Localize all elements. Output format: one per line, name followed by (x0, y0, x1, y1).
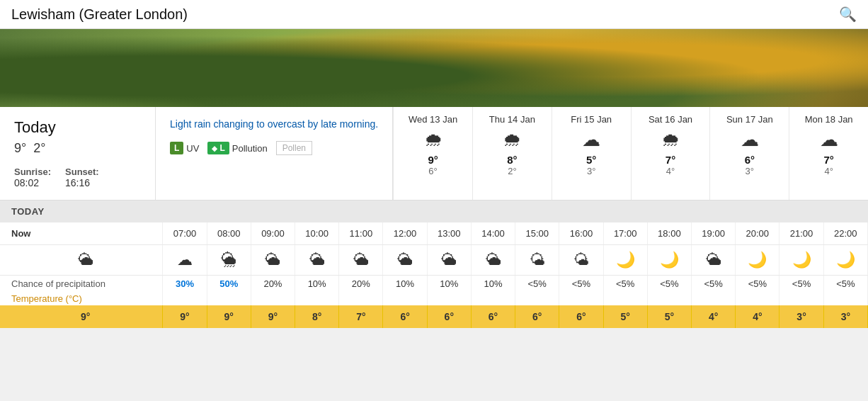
search-icon[interactable]: 🔍 (839, 6, 857, 23)
sunrise-time: 08:02 (14, 177, 51, 188)
temp-value: 5° (647, 305, 691, 328)
uv-badge: L UV (170, 142, 199, 154)
hour-header: 13:00 (427, 222, 471, 245)
day-high-temp: 7° (795, 154, 862, 166)
hour-header: 07:00 (163, 222, 207, 245)
hour-header: 21:00 (780, 222, 823, 245)
precip-value: <5% (736, 276, 780, 293)
day-name: Mon 18 Jan (795, 114, 862, 125)
today-badges: L UV L Pollution Pollen (170, 141, 378, 155)
pollution-label: Pollution (232, 143, 268, 154)
forecast-row: Today 9° 2° Sunrise: 08:02 Sunset: 16:16… (0, 107, 868, 200)
precip-value: <5% (823, 276, 867, 293)
temp-value: 9° (163, 305, 207, 328)
temp-value: 4° (692, 305, 736, 328)
precip-value: 10% (383, 276, 427, 293)
hour-weather-icon: 🌙 (780, 245, 823, 276)
hour-weather-icon: 🌙 (823, 245, 867, 276)
hour-weather-icon: 🌥 (471, 245, 515, 276)
temp-value: 6° (471, 305, 515, 328)
temp-value: 3° (823, 305, 867, 328)
hour-weather-icon: 🌥 (383, 245, 427, 276)
hour-header: 17:00 (603, 222, 647, 245)
sunrise-label: Sunrise: (14, 166, 51, 177)
temp-value: 6° (559, 305, 603, 328)
day-low-temp: 6° (399, 166, 467, 176)
day-weather-icon: ☁ (716, 129, 783, 151)
precip-value: 20% (339, 276, 383, 293)
day-weather-icon: 🌧 (399, 129, 467, 151)
hour-weather-icon: 🌥 (0, 245, 163, 276)
day-column: Sun 17 Jan ☁ 6° 3° (709, 107, 789, 200)
precip-value: 10% (427, 276, 471, 293)
temp-value: 5° (603, 305, 647, 328)
uv-value: L (170, 142, 183, 154)
pollen-badge: Pollen (276, 141, 312, 155)
hour-header: 09:00 (251, 222, 295, 245)
sunset-label: Sunset: (65, 166, 99, 177)
hour-header: 15:00 (515, 222, 559, 245)
day-column: Fri 15 Jan ☁ 5° 3° (552, 107, 631, 200)
hour-header: 14:00 (471, 222, 515, 245)
day-weather-icon: 🌧 (479, 129, 546, 151)
pollution-value: L (207, 142, 229, 154)
hour-header: Now (0, 222, 163, 245)
day-name: Sun 17 Jan (716, 114, 783, 125)
temp-value: 6° (427, 305, 471, 328)
precip-value: <5% (559, 276, 603, 293)
temp-section-label: Temperature (°C) (0, 292, 163, 305)
temp-value: 9° (207, 305, 251, 328)
sunset-time: 16:16 (65, 177, 99, 188)
hour-header: 18:00 (647, 222, 691, 245)
precip-value: <5% (603, 276, 647, 293)
hour-weather-icon: 🌥 (251, 245, 295, 276)
precip-value: 10% (471, 276, 515, 293)
day-high-temp: 9° (399, 154, 467, 166)
day-weather-icon: 🌧 (637, 129, 704, 151)
temp-value: 9° (0, 305, 163, 328)
precip-section-label: Chance of precipitation (0, 276, 163, 293)
today-temps: 9° 2° (14, 141, 141, 156)
hour-header: 08:00 (207, 222, 251, 245)
hour-weather-icon: 🌙 (603, 245, 647, 276)
temp-value: 8° (295, 305, 339, 328)
today-panel: Today 9° 2° Sunrise: 08:02 Sunset: 16:16 (0, 107, 156, 200)
uv-label: UV (186, 143, 199, 154)
temp-value: 7° (339, 305, 383, 328)
hour-header: 19:00 (692, 222, 736, 245)
day-name: Wed 13 Jan (399, 114, 467, 125)
temp-value: 4° (736, 305, 780, 328)
hour-header: 10:00 (295, 222, 339, 245)
today-label: Today (14, 118, 141, 137)
temp-value: 6° (515, 305, 559, 328)
today-high: 9° (14, 141, 26, 155)
day-column: Sat 16 Jan 🌧 7° 4° (631, 107, 710, 200)
header: Lewisham (Greater London) 🔍 (0, 0, 868, 29)
hour-header: 16:00 (559, 222, 603, 245)
day-column: Mon 18 Jan ☁ 7° 4° (789, 107, 868, 200)
day-column: Thu 14 Jan 🌧 8° 2° (472, 107, 552, 200)
hour-weather-icon: ☁ (163, 245, 207, 276)
hour-weather-icon: 🌥 (339, 245, 383, 276)
day-low-temp: 4° (637, 166, 704, 176)
today-section-header: TODAY (0, 200, 868, 222)
day-name: Fri 15 Jan (558, 114, 625, 125)
temp-value: 9° (251, 305, 295, 328)
day-high-temp: 7° (637, 154, 704, 166)
precip-value: 20% (251, 276, 295, 293)
pollution-badge: L Pollution (207, 142, 267, 154)
precip-value: 30% (163, 276, 207, 293)
hour-header: 22:00 (823, 222, 867, 245)
hour-header: 20:00 (736, 222, 780, 245)
hourly-section: TODAY Now07:0008:0009:0010:0011:0012:001… (0, 200, 868, 328)
hour-weather-icon: 🌦 (207, 245, 251, 276)
weekly-forecast: Wed 13 Jan 🌧 9° 6° Thu 14 Jan 🌧 8° 2° Fr… (393, 107, 868, 200)
hour-header: 12:00 (383, 222, 427, 245)
precip-value: <5% (515, 276, 559, 293)
day-low-temp: 3° (558, 166, 625, 176)
day-column: Wed 13 Jan 🌧 9° 6° (393, 107, 472, 200)
today-description-panel: Light rain changing to overcast by late … (156, 107, 393, 200)
sunrise-item: Sunrise: 08:02 (14, 166, 51, 188)
hero-image (0, 29, 868, 107)
hour-weather-icon: 🌥 (295, 245, 339, 276)
